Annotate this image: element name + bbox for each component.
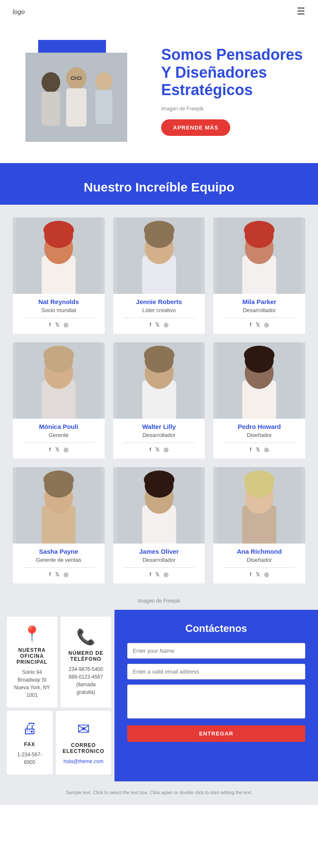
instagram-icon[interactable]: ◎ — [264, 446, 269, 453]
instagram-icon[interactable]: ◎ — [64, 571, 68, 578]
svg-point-49 — [144, 471, 174, 489]
logo: logo — [13, 8, 25, 15]
email-input[interactable] — [127, 664, 305, 679]
instagram-icon[interactable]: ◎ — [264, 321, 269, 328]
submit-button[interactable]: ENTREGAR — [127, 725, 305, 742]
facebook-icon[interactable]: f — [150, 321, 151, 328]
team-member-role: Diseñador — [218, 432, 301, 438]
team-card-info: Ana Richmond Diseñador f 𝕏 ◎ — [213, 544, 305, 578]
svg-point-24 — [244, 221, 275, 240]
team-card: Mila Parker Desarrollador f 𝕏 ◎ — [213, 217, 305, 334]
email-info-box: ✉ CORREO ELECTRÓNICO hola@theme.com — [56, 711, 111, 775]
office-icon: 📍 — [22, 625, 42, 643]
office-title: NUESTRA OFICINA PRINCIPAL — [14, 647, 50, 665]
team-social-links: f 𝕏 ◎ — [218, 571, 301, 578]
twitter-icon[interactable]: 𝕏 — [155, 571, 159, 578]
fax-number: 1-234-567-8900 — [14, 751, 46, 766]
facebook-icon[interactable]: f — [250, 571, 251, 578]
instagram-icon[interactable]: ◎ — [64, 446, 68, 453]
team-card-photo — [13, 342, 105, 419]
team-member-name: Nat Reynolds — [17, 298, 100, 305]
footer-note-text: Sample text. Click to select the text bo… — [66, 790, 252, 795]
svg-rect-2 — [42, 92, 60, 126]
team-member-name: Walter Lilly — [117, 423, 201, 430]
team-title: Nuestro Increíble Equipo — [0, 176, 318, 205]
team-social-links: f 𝕏 ◎ — [117, 321, 201, 328]
instagram-icon[interactable]: ◎ — [164, 321, 168, 328]
team-member-name: Pedro Howard — [218, 423, 301, 430]
team-card-info: Jennie Roberts Líder creativo f 𝕏 ◎ — [113, 294, 205, 328]
team-card: Ana Richmond Diseñador f 𝕏 ◎ — [213, 467, 305, 583]
facebook-icon[interactable]: f — [49, 321, 51, 328]
team-card-info: Nat Reynolds Socio mundial f 𝕏 ◎ — [13, 294, 105, 328]
team-card-info: Mila Parker Desarrollador f 𝕏 ◎ — [213, 294, 305, 328]
team-member-name: Ana Richmond — [218, 548, 301, 555]
team-card-photo — [213, 217, 305, 294]
team-card-photo — [113, 217, 205, 294]
email-title: CORREO ELECTRÓNICO — [63, 742, 104, 754]
team-social-links: f 𝕏 ◎ — [218, 446, 301, 453]
team-member-role: Gerente de ventas — [17, 557, 100, 563]
contact-cards-top: 📍 NUESTRA OFICINA PRINCIPAL SoHo 94 Broa… — [0, 610, 114, 711]
contact-cards: 📍 NUESTRA OFICINA PRINCIPAL SoHo 94 Broa… — [0, 610, 114, 781]
instagram-icon[interactable]: ◎ — [164, 446, 168, 453]
team-card-info: James Oliver Desarrollador f 𝕏 ◎ — [113, 544, 205, 578]
name-input[interactable] — [127, 643, 305, 659]
svg-rect-6 — [95, 90, 112, 124]
svg-point-29 — [43, 346, 74, 364]
phone-info-box: 📞 NÚMERO DE TELÉFONO 234-9876-5400 888-0… — [61, 617, 111, 707]
svg-point-14 — [43, 221, 74, 240]
team-card-photo — [13, 467, 105, 544]
team-card: Pedro Howard Diseñador f 𝕏 ◎ — [213, 342, 305, 459]
twitter-icon[interactable]: 𝕏 — [55, 321, 59, 328]
team-card-photo — [13, 217, 105, 294]
phone-title: NÚMERO DE TELÉFONO — [67, 650, 104, 662]
team-member-name: Sasha Payne — [17, 548, 100, 555]
team-card-info: Sasha Payne Gerente de ventas f 𝕏 ◎ — [13, 544, 105, 578]
contact-cards-bottom: 🖨 FAX 1-234-567-8900 ✉ CORREO ELECTRÓNIC… — [0, 711, 114, 781]
instagram-icon[interactable]: ◎ — [264, 571, 269, 578]
team-member-role: Diseñador — [218, 557, 301, 563]
team-grid: Nat Reynolds Socio mundial f 𝕏 ◎ Jennie … — [13, 217, 305, 583]
team-card-divider — [223, 318, 295, 318]
facebook-icon[interactable]: f — [150, 446, 151, 453]
hero-freepik: Imagen de Freepik — [161, 106, 305, 112]
menu-icon[interactable]: ☰ — [297, 6, 305, 17]
fax-icon: 🖨 — [22, 719, 37, 737]
svg-point-19 — [144, 221, 174, 240]
team-member-role: Desarrollador — [218, 307, 301, 313]
twitter-icon[interactable]: 𝕏 — [256, 571, 260, 578]
team-card: Sasha Payne Gerente de ventas f 𝕏 ◎ — [13, 467, 105, 583]
learn-more-button[interactable]: APRENDE MÁS — [161, 119, 230, 136]
facebook-icon[interactable]: f — [49, 571, 51, 578]
team-card: Jennie Roberts Líder creativo f 𝕏 ◎ — [113, 217, 205, 334]
instagram-icon[interactable]: ◎ — [64, 321, 68, 328]
facebook-icon[interactable]: f — [150, 571, 151, 578]
email-address: hola@theme.com — [64, 758, 103, 765]
team-card-divider — [123, 567, 195, 568]
twitter-icon[interactable]: 𝕏 — [55, 571, 59, 578]
freepik-note: Imagen de Freepik — [0, 592, 318, 610]
footer: Sample text. Click to select the text bo… — [0, 781, 318, 805]
hero-title: Somos Pensadores Y Diseñadores Estratégi… — [161, 46, 305, 99]
message-input[interactable] — [127, 685, 305, 719]
fax-info-box: 🖨 FAX 1-234-567-8900 — [7, 711, 53, 775]
instagram-icon[interactable]: ◎ — [164, 571, 168, 578]
team-card-photo — [113, 342, 205, 419]
twitter-icon[interactable]: 𝕏 — [55, 446, 59, 453]
twitter-icon[interactable]: 𝕏 — [256, 446, 260, 453]
svg-point-54 — [244, 471, 275, 489]
twitter-icon[interactable]: 𝕏 — [256, 321, 260, 328]
team-card-divider — [123, 442, 195, 443]
team-social-links: f 𝕏 ◎ — [17, 321, 100, 328]
facebook-icon[interactable]: f — [250, 446, 251, 453]
team-social-links: f 𝕏 ◎ — [17, 446, 100, 453]
facebook-icon[interactable]: f — [49, 446, 51, 453]
hero-text: Somos Pensadores Y Diseñadores Estratégi… — [144, 46, 305, 135]
contact-title: Contáctenos — [127, 623, 305, 634]
facebook-icon[interactable]: f — [250, 321, 251, 328]
twitter-icon[interactable]: 𝕏 — [155, 321, 159, 328]
twitter-icon[interactable]: 𝕏 — [155, 446, 159, 453]
team-member-role: Socio mundial — [17, 307, 100, 313]
team-grid-wrapper: Nat Reynolds Socio mundial f 𝕏 ◎ Jennie … — [0, 205, 318, 592]
